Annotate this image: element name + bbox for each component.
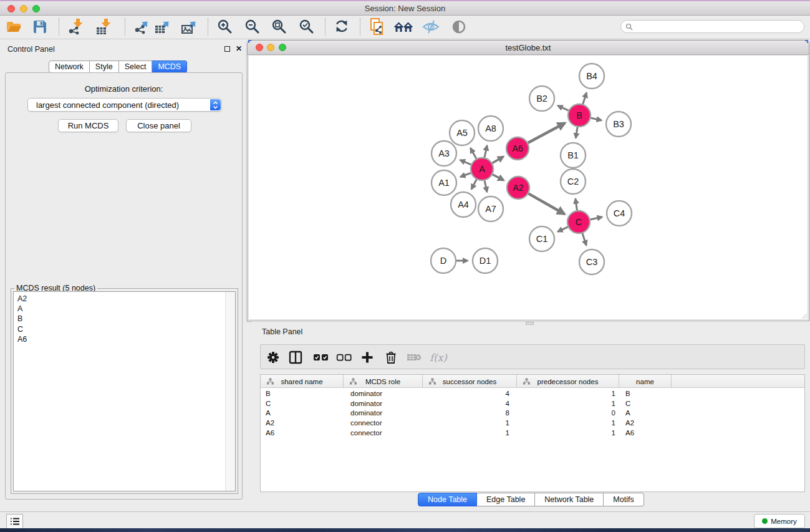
search-field[interactable]	[620, 20, 804, 33]
edge-A-A8[interactable]	[485, 145, 487, 157]
edge-A-A4[interactable]	[471, 180, 476, 189]
duplicate-network-button[interactable]	[367, 17, 387, 37]
cell-successor-nodes[interactable]: 8	[423, 409, 517, 418]
cell-successor-nodes[interactable]: 4	[423, 399, 517, 409]
tab-network-table[interactable]: Network Table	[535, 493, 604, 506]
zoom-out-button[interactable]	[243, 17, 263, 37]
select-all-button[interactable]	[312, 348, 330, 367]
refresh-button[interactable]	[332, 17, 352, 37]
cell-predecessor-nodes[interactable]: 1	[517, 399, 619, 409]
edge-C-C2[interactable]	[576, 199, 577, 210]
cell-MCDS-role[interactable]: connector	[344, 428, 423, 438]
function-builder-button[interactable]: f(x)	[429, 348, 448, 367]
column-header-successor-nodes[interactable]: successor nodes	[423, 375, 517, 388]
show-graphics-button[interactable]	[449, 17, 469, 37]
close-panel-button[interactable]: Close panel	[126, 119, 191, 132]
cell-successor-nodes[interactable]: 1	[423, 418, 517, 428]
tab-edge-table[interactable]: Edge Table	[477, 493, 535, 506]
hide-graphics-button[interactable]	[421, 17, 441, 37]
cell-predecessor-nodes[interactable]: 1	[517, 428, 619, 438]
mcds-result-item[interactable]: A2	[17, 294, 27, 304]
cell-name[interactable]: A2	[619, 418, 672, 428]
table-row[interactable]: Adominator80A	[261, 409, 804, 418]
cell-name[interactable]: B	[619, 389, 672, 399]
run-mcds-button[interactable]: Run MCDS	[58, 119, 118, 132]
tab-select[interactable]: Select	[119, 60, 153, 73]
edge-A-A7[interactable]	[485, 181, 487, 192]
mcds-result-item[interactable]: A	[17, 304, 27, 314]
column-header-name[interactable]: name	[619, 375, 672, 388]
delete-table-button[interactable]	[405, 348, 423, 367]
cell-predecessor-nodes[interactable]: 1	[517, 418, 619, 428]
cell-shared-name[interactable]: B	[261, 389, 344, 399]
float-panel-icon[interactable]	[224, 46, 230, 52]
task-history-button[interactable]	[6, 514, 23, 529]
optimization-criterion-select[interactable]: largest connected component (directed)	[27, 98, 222, 112]
resize-grip-icon[interactable]	[801, 312, 808, 319]
frame-resize-corner-right[interactable]	[805, 40, 808, 43]
zoom-fit-button[interactable]	[269, 17, 289, 37]
cell-MCDS-role[interactable]: dominator	[344, 409, 423, 418]
edge-B-B3[interactable]	[591, 118, 602, 120]
tab-style[interactable]: Style	[90, 60, 119, 73]
save-session-button[interactable]	[30, 17, 50, 37]
add-column-button[interactable]	[358, 348, 377, 367]
close-panel-icon[interactable]: ✕	[236, 46, 242, 52]
edge-C-C4[interactable]	[591, 217, 602, 220]
table-row[interactable]: Cdominator41C	[261, 399, 804, 409]
cell-successor-nodes[interactable]: 1	[423, 428, 517, 438]
column-header-predecessor-nodes[interactable]: predecessor nodes	[517, 375, 619, 388]
cell-shared-name[interactable]: A	[261, 409, 344, 418]
home-layout-button[interactable]	[393, 17, 413, 37]
edge-A-A3[interactable]	[460, 160, 471, 165]
cell-predecessor-nodes[interactable]: 0	[517, 409, 619, 418]
tab-mcds[interactable]: MCDS	[152, 60, 187, 73]
table-row[interactable]: A6connector11A6	[261, 428, 804, 438]
show-columns-button[interactable]	[286, 348, 305, 367]
search-input[interactable]	[636, 21, 798, 32]
mcds-result-item[interactable]: A6	[17, 334, 27, 344]
open-session-button[interactable]	[4, 17, 24, 37]
import-table-button[interactable]	[94, 17, 113, 37]
cell-name[interactable]: C	[619, 399, 672, 409]
deselect-all-button[interactable]	[335, 348, 354, 367]
cell-name[interactable]: A6	[619, 428, 672, 438]
edge-B-B1[interactable]	[576, 127, 577, 138]
zoom-selected-button[interactable]	[297, 17, 317, 37]
tab-network[interactable]: Network	[49, 60, 90, 73]
cell-MCDS-role[interactable]: connector	[344, 418, 423, 428]
cell-shared-name[interactable]: C	[261, 399, 344, 409]
splitter-handle-bottom[interactable]	[526, 322, 534, 325]
table-row[interactable]: A2connector11A2	[261, 418, 804, 428]
edge-B-B2[interactable]	[558, 105, 569, 110]
network-canvas[interactable]: AA1A2A3A4A5A6A7A8BB1B2B3B4CC1C2C3C4DD1	[248, 55, 808, 320]
table-settings-button[interactable]	[264, 348, 282, 367]
cell-MCDS-role[interactable]: dominator	[344, 389, 423, 399]
export-network-button[interactable]	[132, 17, 152, 37]
edge-C-C3[interactable]	[582, 233, 586, 245]
tab-node-table[interactable]: Node Table	[418, 493, 477, 506]
edge-A-A5[interactable]	[471, 148, 476, 159]
column-header-MCDS-role[interactable]: MCDS role	[344, 375, 423, 388]
cell-name[interactable]: A	[619, 409, 672, 418]
tab-motifs[interactable]: Motifs	[604, 493, 644, 506]
edge-A-A6[interactable]	[492, 157, 503, 163]
cell-MCDS-role[interactable]: dominator	[344, 399, 423, 409]
column-header-shared-name[interactable]: shared name	[261, 375, 344, 388]
export-table-button[interactable]	[153, 17, 173, 37]
edge-A-A2[interactable]	[493, 175, 504, 180]
cell-predecessor-nodes[interactable]: 1	[517, 389, 619, 399]
cell-shared-name[interactable]: A6	[261, 428, 344, 438]
edge-C-C1[interactable]	[557, 227, 567, 231]
mcds-result-item[interactable]: B	[17, 314, 27, 324]
frame-resize-corner-left[interactable]	[248, 40, 251, 43]
result-list-scrollbar[interactable]	[225, 292, 235, 491]
zoom-in-button[interactable]	[215, 17, 235, 37]
edge-B-B4[interactable]	[583, 93, 587, 104]
memory-button[interactable]: Memory	[754, 514, 805, 528]
table-row[interactable]: Bdominator41B	[261, 389, 804, 399]
mcds-result-item[interactable]: C	[17, 324, 27, 334]
edge-A2-C[interactable]	[529, 193, 565, 214]
import-network-button[interactable]	[65, 17, 85, 37]
edge-A6-B[interactable]	[528, 123, 565, 143]
